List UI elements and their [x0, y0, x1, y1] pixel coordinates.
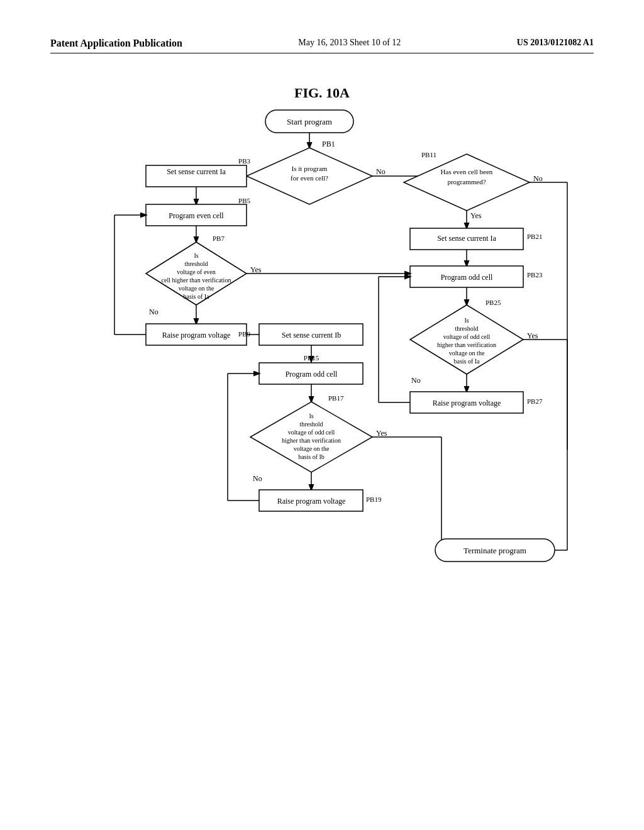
svg-text:voltage on the: voltage on the: [179, 285, 214, 292]
flowchart-svg: FIG. 10A Start program PB1 Is it program…: [52, 72, 592, 795]
svg-text:Set sense current Ia: Set sense current Ia: [437, 234, 496, 243]
svg-text:voltage on the: voltage on the: [294, 445, 330, 452]
svg-text:Raise program voltage: Raise program voltage: [277, 497, 346, 506]
svg-text:No: No: [376, 167, 386, 176]
svg-text:higher than verification: higher than verification: [282, 437, 341, 444]
svg-text:Yes: Yes: [470, 211, 482, 220]
svg-text:Is it program: Is it program: [292, 165, 328, 172]
svg-text:No: No: [411, 376, 421, 385]
svg-text:PB11: PB11: [421, 151, 436, 158]
svg-text:PB21: PB21: [527, 233, 542, 240]
svg-text:voltage of odd cell: voltage of odd cell: [443, 333, 491, 340]
svg-text:voltage of even: voltage of even: [177, 268, 216, 275]
svg-text:Is: Is: [194, 252, 198, 259]
svg-text:PB19: PB19: [366, 495, 382, 503]
svg-text:PB25: PB25: [486, 299, 501, 306]
svg-text:Program even cell: Program even cell: [169, 211, 224, 220]
svg-text:PB17: PB17: [328, 394, 344, 402]
svg-text:Raise program voltage: Raise program voltage: [162, 331, 231, 340]
svg-text:No: No: [149, 307, 158, 316]
svg-text:No: No: [533, 174, 543, 183]
svg-text:PB27: PB27: [527, 397, 543, 405]
svg-text:PB15: PB15: [304, 354, 319, 362]
svg-text:Start program: Start program: [287, 117, 332, 126]
page: Patent Application Publication May 16, 2…: [0, 0, 644, 830]
svg-text:threshold: threshold: [299, 421, 323, 428]
publication-title: Patent Application Publication: [50, 38, 182, 49]
svg-text:Set sense current Ia: Set sense current Ia: [167, 167, 226, 176]
diagram-container: FIG. 10A Start program PB1 Is it program…: [50, 72, 594, 795]
svg-text:PB7: PB7: [213, 235, 225, 242]
svg-text:Program odd cell: Program odd cell: [441, 273, 493, 282]
svg-text:PB3: PB3: [238, 157, 250, 165]
svg-text:PB23: PB23: [527, 271, 543, 279]
svg-text:Raise program voltage: Raise program voltage: [433, 399, 501, 407]
svg-text:Is: Is: [309, 412, 313, 419]
svg-text:voltage on the: voltage on the: [449, 350, 485, 357]
svg-text:Yes: Yes: [250, 265, 262, 274]
svg-text:Terminate program: Terminate program: [464, 546, 526, 555]
svg-text:Has even cell been: Has even cell been: [441, 168, 493, 175]
svg-text:No: No: [253, 474, 262, 483]
svg-text:Program odd cell: Program odd cell: [286, 370, 338, 379]
diagram-title: FIG. 10A: [294, 85, 350, 101]
svg-text:Set sense current Ib: Set sense current Ib: [282, 331, 341, 340]
svg-text:PB5: PB5: [238, 197, 250, 204]
svg-text:Is: Is: [464, 317, 469, 324]
svg-text:voltage of odd cell: voltage of odd cell: [288, 429, 335, 436]
sheet-info: May 16, 2013 Sheet 10 of 12: [298, 38, 401, 48]
svg-text:for even cell?: for even cell?: [291, 174, 328, 182]
svg-text:Yes: Yes: [376, 429, 387, 438]
svg-text:PB1: PB1: [322, 140, 335, 148]
svg-text:basis of Ib: basis of Ib: [298, 453, 325, 460]
svg-text:cell higher than verification: cell higher than verification: [162, 277, 231, 284]
svg-text:threshold: threshold: [455, 325, 478, 332]
svg-text:higher than verification: higher than verification: [437, 341, 496, 348]
svg-text:PB9: PB9: [238, 330, 250, 338]
svg-text:programmed?: programmed?: [447, 178, 486, 185]
patent-number: US 2013/0121082 A1: [517, 38, 594, 48]
svg-text:threshold: threshold: [184, 260, 208, 267]
svg-text:Yes: Yes: [527, 331, 538, 340]
svg-text:basis of Ia: basis of Ia: [453, 358, 480, 365]
svg-text:basis of Ia: basis of Ia: [183, 293, 209, 300]
page-header: Patent Application Publication May 16, 2…: [50, 38, 594, 53]
